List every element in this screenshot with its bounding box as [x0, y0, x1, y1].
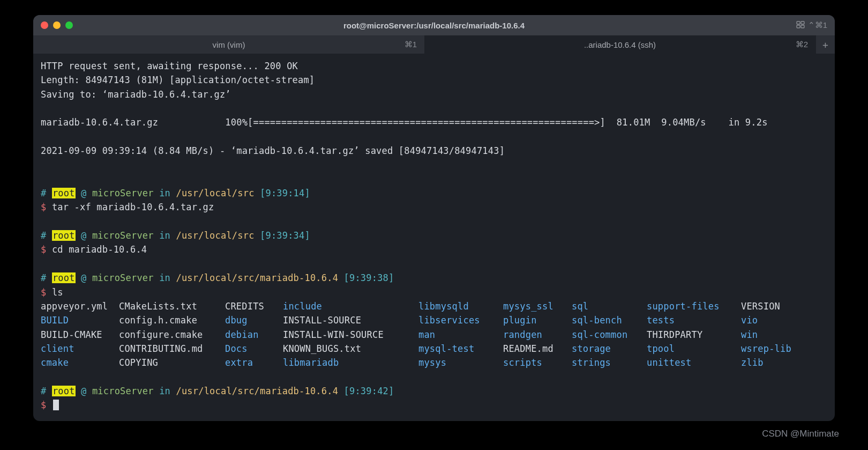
prompt-dollar: $ [41, 202, 46, 212]
ls-item: dbug [225, 313, 283, 327]
progress-time: in 9.2s [729, 117, 768, 128]
prompt-dollar: $ [41, 287, 46, 298]
ls-item: vio [741, 313, 811, 327]
terminal-window: root@microServer:/usr/local/src/mariadb-… [33, 15, 835, 421]
watermark: CSDN @Mintimate [762, 429, 839, 439]
ls-item: win [741, 328, 811, 342]
ls-item: CMakeLists.txt [119, 299, 225, 313]
ls-item: client [41, 342, 119, 356]
tab-shortcut: ⌘1 [405, 40, 417, 49]
prompt-path: /usr/local/src [176, 188, 254, 198]
prompt-in: in [159, 386, 170, 396]
titlebar[interactable]: root@microServer:/usr/local/src/mariadb-… [33, 15, 835, 35]
prompt-user: root [52, 230, 76, 241]
prompt-at: @ [81, 386, 86, 396]
ls-item: BUILD [41, 313, 119, 327]
prompt-time: [9:39:42] [344, 386, 394, 396]
ls-item: VERSION [741, 299, 811, 313]
ls-item: Docs [225, 342, 283, 356]
ls-item: mysys_ssl [503, 299, 572, 313]
prompt-path: /usr/local/src/mariadb-10.6.4 [176, 386, 338, 396]
cursor-icon [53, 400, 59, 410]
ls-item: storage [572, 342, 647, 356]
progress-bar: [=======================================… [248, 117, 605, 128]
ls-item: CONTRIBUTING.md [119, 342, 225, 356]
ls-item: COPYING [119, 356, 225, 370]
tab-shortcut: ⌘2 [796, 40, 808, 49]
ls-item: tpool [647, 342, 741, 356]
ls-item: mysql-test [418, 342, 503, 356]
prompt-hash: # [41, 272, 46, 283]
prompt-time: [9:39:14] [260, 188, 310, 198]
ls-item: README.md [503, 342, 572, 356]
ls-item: mysys [418, 356, 503, 370]
ls-output: appveyor.ymlCMakeLists.txtCREDITSinclude… [41, 299, 827, 370]
command: ls [52, 287, 63, 298]
prompt-in: in [159, 188, 170, 198]
ls-item: INSTALL-SOURCE [283, 313, 418, 327]
tab-label: ..ariadb-10.6.4 (ssh) [584, 40, 656, 49]
prompt-user: root [52, 386, 76, 396]
prompt-at: @ [81, 230, 86, 241]
prompt-path: /usr/local/src [176, 230, 254, 241]
ls-item: zlib [741, 356, 811, 370]
ls-item: sql-common [572, 328, 647, 342]
progress-speed: 9.04MB/s [661, 117, 706, 128]
prompt-in: in [159, 272, 170, 283]
window-title: root@microServer:/usr/local/src/mariadb-… [343, 21, 525, 30]
new-tab-button[interactable]: + [815, 35, 835, 54]
ls-item: CREDITS [225, 299, 283, 313]
prompt-user: root [52, 188, 76, 198]
ls-item: appveyor.yml [41, 299, 119, 313]
prompt-dollar: $ [41, 244, 46, 255]
prompt-time: [9:39:38] [344, 272, 394, 283]
broadcast-icon [796, 21, 805, 30]
ls-item: include [283, 299, 418, 313]
minimize-icon[interactable] [53, 21, 61, 29]
ls-item: libservices [418, 313, 503, 327]
broadcast-input-shortcut[interactable]: ⌃⌘1 [796, 20, 827, 30]
prompt-host: microServer [92, 230, 154, 241]
prompt-in: in [159, 230, 170, 241]
ls-item: sql-bench [572, 313, 647, 327]
progress-size: 81.01M [617, 117, 650, 128]
ls-item: cmake [41, 356, 119, 370]
ls-item: extra [225, 356, 283, 370]
terminal-body[interactable]: HTTP request sent, awaiting response... … [33, 54, 835, 421]
prompt-dollar: $ [41, 400, 46, 410]
ls-item: config.h.cmake [119, 313, 225, 327]
prompt-at: @ [81, 188, 86, 198]
svg-rect-0 [797, 21, 800, 24]
ls-item: randgen [503, 328, 572, 342]
ls-item: man [418, 328, 503, 342]
ls-item: configure.cmake [119, 328, 225, 342]
ls-item: debian [225, 328, 283, 342]
ls-item: scripts [503, 356, 572, 370]
prompt-path: /usr/local/src/mariadb-10.6.4 [176, 272, 338, 283]
broadcast-shortcut-label: ⌃⌘1 [808, 20, 827, 30]
ls-item: tests [647, 313, 741, 327]
ls-item: support-files [647, 299, 741, 313]
svg-rect-3 [801, 25, 804, 28]
output-line: Length: 84947143 (81M) [application/octe… [41, 75, 315, 85]
prompt-hash: # [41, 386, 46, 396]
maximize-icon[interactable] [65, 21, 73, 29]
svg-rect-1 [801, 21, 804, 24]
prompt-hash: # [41, 230, 46, 241]
progress-name: mariadb-10.6.4.tar.gz [41, 117, 158, 128]
ls-item: INSTALL-WIN-SOURCE [283, 328, 418, 342]
svg-rect-2 [797, 25, 800, 28]
output-line: HTTP request sent, awaiting response... … [41, 61, 298, 71]
progress-pct: 100% [225, 117, 248, 128]
ls-item: unittest [647, 356, 741, 370]
ls-item: libmysqld [418, 299, 503, 313]
prompt-host: microServer [92, 272, 154, 283]
close-icon[interactable] [41, 21, 48, 29]
tab-ssh[interactable]: ..ariadb-10.6.4 (ssh) ⌘2 [424, 35, 815, 54]
output-line: Saving to: ‘mariadb-10.6.4.tar.gz’ [41, 89, 231, 100]
tab-vim[interactable]: vim (vim) ⌘1 [33, 35, 424, 54]
ls-item: sql [572, 299, 647, 313]
ls-item: BUILD-CMAKE [41, 328, 119, 342]
ls-item: KNOWN_BUGS.txt [283, 342, 418, 356]
prompt-at: @ [81, 272, 86, 283]
